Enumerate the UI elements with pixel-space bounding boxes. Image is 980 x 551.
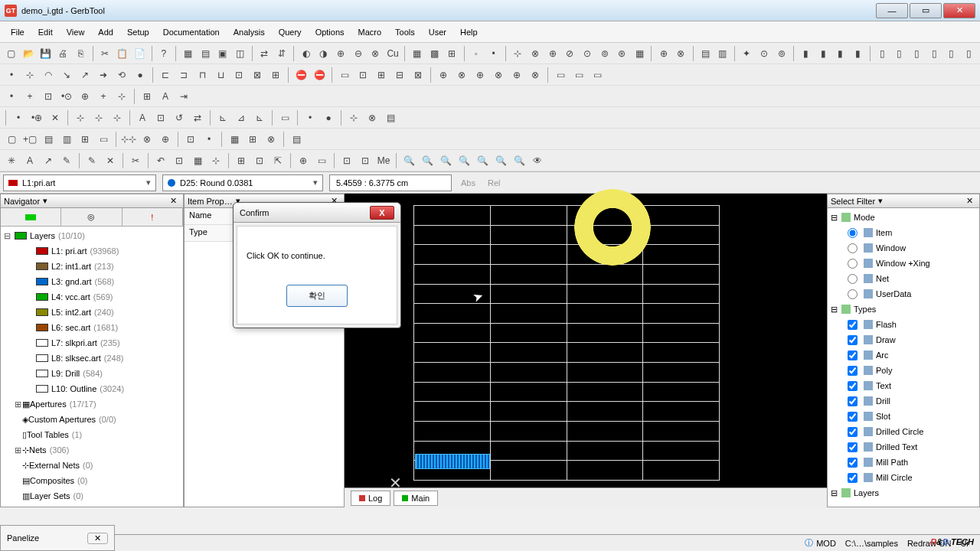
menu-query[interactable]: Query — [273, 24, 308, 40]
toolbar-button[interactable]: ⊖ — [350, 45, 366, 62]
menu-setup[interactable]: Setup — [121, 24, 155, 40]
panelize-close-icon[interactable]: ✕ — [87, 533, 108, 544]
toolbar-button[interactable]: ⇄ — [256, 45, 273, 62]
toolbar-button[interactable]: + — [95, 88, 112, 105]
filter-type-flash[interactable]: Flash — [829, 317, 978, 332]
toolbar-button[interactable]: ⊗ — [527, 45, 543, 62]
toolbar-button[interactable]: ⊾ — [251, 109, 268, 126]
toolbar-button[interactable]: ✕ — [102, 152, 119, 169]
toolbar-button[interactable]: ◦ — [468, 45, 484, 62]
toolbar-button[interactable]: ⎘ — [73, 45, 89, 62]
filter-type-drilled-text[interactable]: Drilled Text — [829, 439, 978, 455]
toolbar-button[interactable]: ▤ — [382, 109, 399, 126]
menu-edit[interactable]: Edit — [32, 24, 59, 40]
toolbar-button[interactable]: • — [201, 131, 217, 148]
filter-mode-net[interactable]: Net — [829, 271, 978, 286]
toolbar-button[interactable]: ⊕ — [435, 67, 452, 83]
toolbar-button[interactable]: 💾 — [38, 45, 54, 62]
toolbar-button[interactable]: ⊕ — [544, 45, 560, 62]
layer-item[interactable]: L5: int2.art(240) — [2, 305, 181, 320]
filter-mode-userdata[interactable]: UserData — [829, 286, 978, 302]
toolbar-button[interactable]: A — [21, 152, 38, 169]
nav-tab-2[interactable]: ◎ — [61, 208, 122, 226]
filter-type-poly[interactable]: Poly — [829, 363, 978, 378]
toolbar-button[interactable]: ◠ — [40, 67, 57, 83]
filter-mode-window-xing[interactable]: Window +Xing — [829, 256, 978, 271]
toolbar-button[interactable]: ● — [320, 109, 337, 126]
toolbar-button[interactable]: ⇱ — [270, 152, 286, 169]
toolbar-button[interactable]: ⊡ — [357, 152, 374, 169]
toolbar-button[interactable]: ▭ — [276, 109, 293, 126]
toolbar-button[interactable]: ✳ — [3, 152, 20, 169]
toolbar-button[interactable]: ⊡ — [251, 152, 268, 169]
toolbar-button[interactable]: • — [302, 109, 318, 126]
toolbar-button[interactable]: 🖨 — [55, 45, 71, 62]
toolbar-button[interactable]: ▭ — [95, 131, 112, 148]
layer-item[interactable]: L10: Outline(3024) — [2, 381, 181, 396]
toolbar-button[interactable]: 🔍 — [492, 152, 509, 169]
toolbar-button[interactable]: 📄 — [132, 45, 148, 62]
filter-type-text[interactable]: Text — [829, 378, 978, 393]
toolbar-button[interactable]: ▥ — [714, 45, 730, 62]
toolbar-button[interactable]: ▢ — [3, 45, 19, 62]
toolbar-button[interactable]: Me — [375, 152, 392, 169]
toolbar-button[interactable]: ▯ — [909, 45, 925, 62]
toolbar-button[interactable]: ⊛ — [614, 45, 630, 62]
toolbar-button[interactable]: •⊕ — [28, 109, 45, 126]
toolbar-button[interactable]: ? — [156, 45, 172, 62]
toolbar-button[interactable]: ⊠ — [249, 67, 266, 83]
pin-icon[interactable]: ▾ — [875, 196, 886, 206]
toolbar-button[interactable]: • — [10, 109, 27, 126]
toolbar-button[interactable]: ▤ — [198, 45, 214, 62]
toolbar-button[interactable]: ↘ — [58, 67, 75, 83]
toolbar-button[interactable]: ▮ — [798, 45, 814, 62]
toolbar-button[interactable]: • — [3, 67, 20, 83]
toolbar-button[interactable]: ⊗ — [263, 131, 279, 148]
close-button[interactable]: ✕ — [943, 3, 975, 18]
layer-item[interactable]: L6: sec.art(1681) — [2, 320, 181, 335]
toolbar-button[interactable]: ▮ — [850, 45, 866, 62]
layer-item[interactable]: L7: slkpri.art(235) — [2, 335, 181, 350]
toolbar-button[interactable]: 📂 — [21, 45, 37, 62]
aperture-combo[interactable]: D25: Round 0.0381▾ — [162, 174, 323, 191]
filter-type-mill-path[interactable]: Mill Path — [829, 455, 978, 470]
menu-view[interactable]: View — [60, 24, 91, 40]
toolbar-button[interactable]: ⊗ — [490, 67, 507, 83]
toolbar-button[interactable]: ◐ — [298, 45, 314, 62]
toolbar-button[interactable]: ⊡ — [171, 152, 188, 169]
layer-item[interactable]: L1: pri.art(93968) — [2, 243, 181, 259]
toolbar-button[interactable]: ⇥ — [175, 88, 192, 105]
toolbar-button[interactable]: ⊔ — [212, 67, 229, 83]
canvas[interactable]: ✕ Log Main — [345, 194, 827, 507]
filter-type-slot[interactable]: Slot — [829, 409, 978, 424]
menu-user[interactable]: User — [423, 24, 452, 40]
navigator-tree[interactable]: ⊟Layers (10/10) L1: pri.art(93968)L2: in… — [1, 227, 183, 507]
toolbar-button[interactable]: ▥ — [58, 131, 75, 148]
toolbar-button[interactable]: ⊹ — [510, 45, 526, 62]
toolbar-button[interactable]: ⊞ — [77, 131, 93, 148]
toolbar-button[interactable]: ⊹⊹ — [120, 131, 137, 148]
toolbar-button[interactable]: ⊘ — [562, 45, 578, 62]
toolbar-button[interactable]: ⊡ — [230, 67, 247, 83]
toolbar-button[interactable]: ⊠ — [410, 67, 426, 83]
toolbar-button[interactable]: ✎ — [83, 152, 100, 169]
menu-options[interactable]: Options — [309, 24, 351, 40]
toolbar-button[interactable]: ⊾ — [214, 109, 231, 126]
toolbar-button[interactable]: ⊙ — [756, 45, 773, 62]
toolbar-button[interactable]: ⊡ — [338, 152, 355, 169]
toolbar-button[interactable]: ⊡ — [152, 109, 169, 126]
toolbar-button[interactable]: ▭ — [336, 67, 353, 83]
toolbar-button[interactable]: ▤ — [288, 131, 305, 148]
dialog-close-button[interactable]: X — [370, 206, 394, 220]
toolbar-button[interactable]: ▦ — [632, 45, 648, 62]
toolbar-button[interactable]: ↗ — [40, 152, 57, 169]
toolbar-button[interactable]: ⊹ — [72, 109, 89, 126]
toolbar-button[interactable]: ⊕ — [472, 67, 488, 83]
toolbar-button[interactable]: ⊡ — [182, 131, 199, 148]
toolbar-button[interactable]: ⇵ — [274, 45, 290, 62]
toolbar-button[interactable]: ⊕ — [655, 45, 671, 62]
toolbar-button[interactable]: ▦ — [226, 131, 243, 148]
tab-main[interactable]: Main — [394, 491, 438, 506]
menu-analysis[interactable]: Analysis — [227, 24, 271, 40]
toolbar-button[interactable]: ⊕ — [295, 152, 312, 169]
